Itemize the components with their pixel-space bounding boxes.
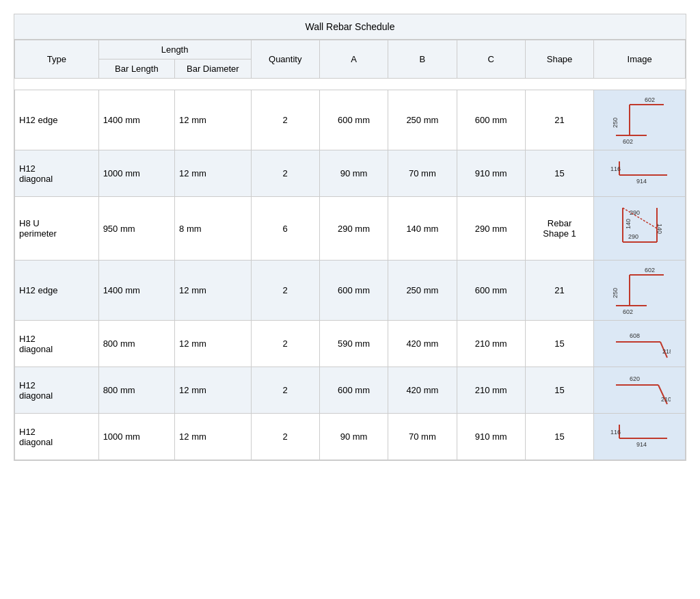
header-a: A (319, 40, 388, 79)
svg-text:608: 608 (630, 332, 640, 339)
cell-shape: 15 (525, 367, 593, 414)
table-row: H8 Uperimeter 950 mm 8 mm 6 290 mm 140 m… (15, 197, 686, 261)
cell-shape: 15 (525, 321, 593, 367)
cell-bar-diameter: 12 mm (175, 261, 251, 321)
cell-image: 116 914 (594, 150, 686, 197)
cell-c: 290 mm (457, 197, 525, 261)
header-image: Image (594, 40, 686, 79)
svg-text:250: 250 (612, 118, 619, 128)
cell-image: 608 218 (594, 321, 686, 367)
cell-bar-diameter: 12 mm (175, 321, 251, 367)
svg-text:116: 116 (610, 429, 621, 436)
cell-bar-length: 1400 mm (98, 261, 174, 321)
cell-quantity: 2 (251, 367, 319, 414)
cell-c: 600 mm (457, 90, 525, 150)
cell-quantity: 2 (251, 261, 319, 321)
svg-text:602: 602 (623, 308, 633, 315)
header-quantity: Quantity (251, 40, 319, 79)
cell-shape: 21 (525, 90, 593, 150)
cell-quantity: 2 (251, 90, 319, 150)
cell-c: 910 mm (457, 414, 525, 460)
svg-text:914: 914 (636, 441, 647, 448)
cell-c: 210 mm (457, 321, 525, 367)
cell-bar-diameter: 8 mm (175, 197, 251, 261)
cell-image: 602 250 602 (594, 90, 686, 150)
cell-type: H12 edge (15, 90, 99, 150)
svg-text:250: 250 (612, 288, 619, 298)
cell-a: 600 mm (319, 90, 388, 150)
cell-bar-length: 800 mm (98, 367, 174, 414)
cell-bar-diameter: 12 mm (175, 150, 251, 197)
cell-quantity: 2 (251, 414, 319, 460)
svg-text:140: 140 (656, 224, 663, 234)
cell-b: 420 mm (388, 367, 457, 414)
cell-c: 210 mm (457, 367, 525, 414)
table-row: H12diagonal 1000 mm 12 mm 2 90 mm 70 mm … (15, 414, 686, 460)
header-shape: Shape (525, 40, 593, 79)
header-bar-diameter: Bar Diameter (175, 59, 251, 79)
cell-type: H12diagonal (15, 321, 99, 367)
cell-type: H12diagonal (15, 150, 99, 197)
cell-type: H12diagonal (15, 367, 99, 414)
cell-bar-diameter: 12 mm (175, 367, 251, 414)
cell-a: 600 mm (319, 367, 388, 414)
header-length: Length (98, 40, 251, 59)
cell-quantity: 2 (251, 321, 319, 367)
cell-a: 90 mm (319, 150, 388, 197)
header-bar-length: Bar Length (98, 59, 174, 79)
cell-b: 250 mm (388, 90, 457, 150)
header-c: C (457, 40, 525, 79)
cell-b: 420 mm (388, 321, 457, 367)
svg-text:914: 914 (636, 178, 647, 185)
svg-text:620: 620 (630, 375, 640, 382)
table-row: H12diagonal 1000 mm 12 mm 2 90 mm 70 mm … (15, 150, 686, 197)
cell-type: H8 Uperimeter (15, 197, 99, 261)
cell-c: 910 mm (457, 150, 525, 197)
cell-a: 290 mm (319, 197, 388, 261)
cell-b: 250 mm (388, 261, 457, 321)
table-row: H12 edge 1400 mm 12 mm 2 600 mm 250 mm 6… (15, 90, 686, 150)
cell-b: 140 mm (388, 197, 457, 261)
rebar-table: Type Length Quantity A B C Shape Image B… (14, 40, 686, 460)
cell-a: 600 mm (319, 261, 388, 321)
cell-bar-length: 1000 mm (98, 150, 174, 197)
table-row: H12diagonal 800 mm 12 mm 2 600 mm 420 mm… (15, 367, 686, 414)
rebar-schedule-container: Wall Rebar Schedule Type Length Quantity… (14, 14, 686, 461)
cell-bar-length: 800 mm (98, 321, 174, 367)
svg-text:602: 602 (645, 96, 655, 103)
svg-text:290: 290 (630, 209, 640, 216)
svg-text:210: 210 (661, 396, 671, 403)
svg-text:140: 140 (625, 219, 632, 229)
cell-shape: 21 (525, 261, 593, 321)
cell-type: H12diagonal (15, 414, 99, 460)
cell-a: 90 mm (319, 414, 388, 460)
cell-a: 590 mm (319, 321, 388, 367)
cell-image: 620 210 (594, 367, 686, 414)
cell-b: 70 mm (388, 414, 457, 460)
cell-bar-length: 1400 mm (98, 90, 174, 150)
svg-text:602: 602 (645, 267, 655, 274)
cell-bar-length: 1000 mm (98, 414, 174, 460)
cell-quantity: 6 (251, 197, 319, 261)
svg-text:218: 218 (662, 348, 671, 355)
table-row: H12diagonal 800 mm 12 mm 2 590 mm 420 mm… (15, 321, 686, 367)
table-title: Wall Rebar Schedule (14, 14, 686, 40)
svg-text:290: 290 (628, 233, 638, 240)
header-type: Type (15, 40, 99, 79)
cell-type: H12 edge (15, 261, 99, 321)
cell-c: 600 mm (457, 261, 525, 321)
cell-shape: RebarShape 1 (525, 197, 593, 261)
cell-bar-diameter: 12 mm (175, 90, 251, 150)
cell-image: 140 140 290 290 (594, 197, 686, 261)
cell-b: 70 mm (388, 150, 457, 197)
cell-shape: 15 (525, 414, 593, 460)
header-b: B (388, 40, 457, 79)
cell-shape: 15 (525, 150, 593, 197)
cell-image: 602 250 602 (594, 261, 686, 321)
svg-text:602: 602 (623, 138, 633, 145)
table-row: H12 edge 1400 mm 12 mm 2 600 mm 250 mm 6… (15, 261, 686, 321)
cell-image: 116 914 (594, 414, 686, 460)
cell-quantity: 2 (251, 150, 319, 197)
svg-text:116: 116 (610, 165, 621, 172)
cell-bar-diameter: 12 mm (175, 414, 251, 460)
